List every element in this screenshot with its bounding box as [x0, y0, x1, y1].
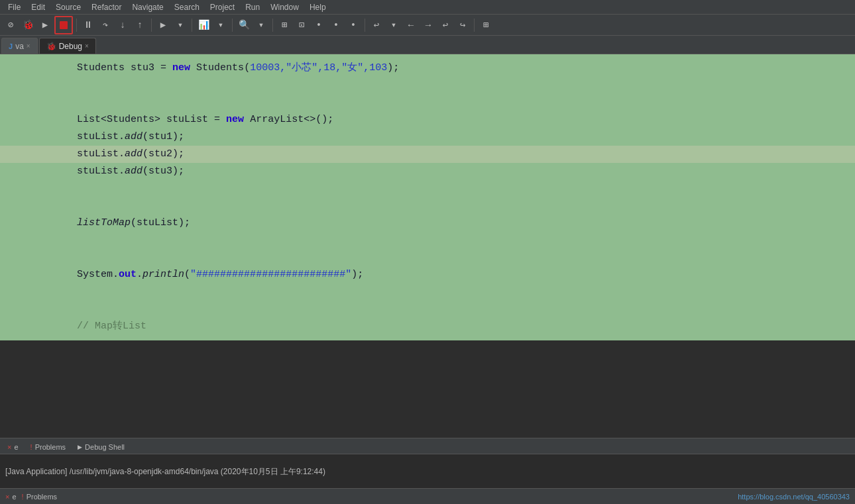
code-line-add1: stuList.add(stu1); [0, 128, 855, 146]
bottom-tab-problems[interactable]: ! Problems [25, 439, 72, 454]
menu-refactor[interactable]: Refactor [86, 1, 127, 13]
code-content-println: System.out.println("####################… [0, 266, 374, 283]
tab-java-icon: J [9, 42, 13, 50]
toolbar-run-btn[interactable]: ▶ [37, 17, 53, 33]
menu-edit[interactable]: Edit [26, 1, 50, 13]
toolbar-run2-dropdown[interactable]: ▾ [172, 17, 188, 33]
toolbar-rerun-dropdown[interactable]: ▾ [386, 17, 402, 33]
toolbar-forward-btn[interactable]: → [420, 17, 436, 33]
code-line-1: Students stu3 = new Students(10003,"小芯",… [0, 60, 855, 77]
code-content-add3: stuList.add(stu3); [0, 163, 195, 180]
code-content-listtomap: listToMap(stuList); [0, 215, 201, 232]
code-empty-2 [0, 94, 70, 111]
toolbar-disconnect-btn[interactable]: ⏸ [80, 17, 96, 33]
toolbar-stop-btn[interactable] [54, 16, 73, 34]
code-empty-1 [0, 77, 70, 94]
toolbar-rerun-btn[interactable]: ↩ [369, 17, 384, 33]
toolbar-coverage-btn[interactable]: 📊 [196, 17, 211, 33]
toolbar-more-btn[interactable]: ⊞ [478, 17, 494, 33]
toolbar-coverage-dropdown[interactable]: ▾ [213, 17, 229, 33]
code-empty-8 [0, 301, 70, 318]
toolbar-dot2[interactable]: • [328, 17, 344, 33]
editor-tab-bar: J va × 🐞 Debug × [0, 36, 855, 54]
code-empty-7 [0, 283, 70, 301]
separator-3 [192, 19, 192, 32]
code-content-add1: stuList.add(stu1); [0, 128, 195, 146]
toolbar-dot1[interactable]: • [311, 17, 327, 33]
bottom-tab-e-icon: × [7, 443, 11, 451]
bottom-tab-bar: × e ! Problems ▶ Debug Shell [0, 438, 855, 454]
bottom-tab-debug-shell[interactable]: ▶ Debug Shell [72, 439, 131, 454]
code-line-add2: stuList.add(stu2); [0, 146, 855, 163]
code-content-add2: stuList.add(stu2); [0, 146, 195, 163]
toolbar: ⊘ 🐞 ▶ ⏸ ↷ ↓ ↑ ▶ ▾ 📊 ▾ 🔍 ▾ ⊞ ⊡ • • • ↩ ▾ … [0, 15, 855, 36]
code-empty-6 [0, 249, 70, 266]
code-line-comment: // Map转List [0, 318, 855, 335]
menu-window[interactable]: Window [265, 1, 304, 13]
status-left: × e ! Problems [5, 493, 57, 501]
stop-icon [60, 21, 68, 29]
code-line-empty-1 [0, 77, 855, 94]
code-line-empty-2 [0, 94, 855, 111]
code-line-empty-7 [0, 283, 855, 301]
bottom-status-text: [Java Application] /usr/lib/jvm/java-8-o… [5, 466, 325, 478]
toolbar-dot3[interactable]: • [345, 17, 361, 33]
toolbar-profile-dropdown[interactable]: ▾ [253, 17, 269, 33]
status-tab-problems[interactable]: ! Problems [22, 493, 58, 501]
separator-4 [232, 19, 233, 32]
menu-navigate[interactable]: Navigate [127, 1, 168, 13]
toolbar-stepout-btn[interactable]: ↑ [132, 17, 148, 33]
menu-search[interactable]: Search [169, 1, 205, 13]
tab-java-close[interactable]: × [27, 42, 30, 50]
toolbar-profile-btn[interactable]: 🔍 [236, 17, 252, 33]
bottom-content-area: [Java Application] /usr/lib/jvm/java-8-o… [0, 454, 855, 489]
status-right-link: https://blog.csdn.net/qq_40560343 [738, 493, 850, 501]
bottom-tab-debug-shell-icon: ▶ [78, 444, 82, 450]
tab-debug-close[interactable]: × [85, 42, 89, 50]
code-line-println: System.out.println("####################… [0, 266, 855, 283]
toolbar-stepinto-btn[interactable]: ↓ [115, 17, 131, 33]
code-line-empty-8 [0, 301, 855, 318]
toolbar-last-edit-btn[interactable]: ↩ [437, 17, 453, 33]
code-empty-5 [0, 232, 70, 249]
status-tab-e[interactable]: × e [5, 493, 17, 501]
menu-bar: File Edit Source Refactor Navigate Searc… [0, 0, 855, 15]
toolbar-back-btn[interactable]: ← [403, 17, 419, 33]
code-line-list: List<Students> stuList = new ArrayList<>… [0, 111, 855, 128]
toolbar-debug-btn[interactable]: 🐞 [20, 17, 36, 33]
bottom-panel: × e ! Problems ▶ Debug Shell [Java Appli… [0, 438, 855, 488]
menu-source[interactable]: Source [50, 1, 86, 13]
code-line-empty-6 [0, 249, 855, 266]
code-line-listtomap: listToMap(stuList); [0, 215, 855, 232]
menu-project[interactable]: Project [205, 1, 240, 13]
toolbar-open-perspective-btn[interactable]: ⊡ [294, 17, 310, 33]
code-content-1: Students stu3 = new Students(10003,"小芯",… [0, 60, 410, 77]
tab-debug-label: Debug [59, 42, 82, 51]
status-bar: × e ! Problems https://blog.csdn.net/qq_… [0, 488, 855, 504]
tab-debug[interactable]: 🐞 Debug × [39, 38, 96, 54]
code-content-list: List<Students> stuList = new ArrayList<>… [0, 111, 344, 128]
code-line-add3: stuList.add(stu3); [0, 163, 855, 180]
toolbar-stepover-btn[interactable]: ↷ [97, 17, 113, 33]
tab-java[interactable]: J va × [1, 38, 38, 54]
separator-7 [474, 19, 475, 32]
bottom-tab-debug-shell-label: Debug Shell [85, 443, 125, 451]
separator-6 [365, 19, 365, 32]
menu-run[interactable]: Run [240, 1, 265, 13]
code-content-comment: // Map转List [0, 318, 157, 335]
code-line-empty-3 [0, 180, 855, 197]
menu-file[interactable]: File [3, 1, 26, 13]
toolbar-skip-btn[interactable]: ⊘ [3, 17, 19, 33]
bottom-tab-e[interactable]: × e [1, 439, 25, 454]
status-e-icon: × [5, 493, 9, 501]
code-editor[interactable]: Students stu3 = new Students(10003,"小芯",… [0, 54, 855, 340]
menu-help[interactable]: Help [304, 1, 331, 13]
toolbar-next-edit-btn[interactable]: ↪ [455, 17, 471, 33]
status-e-label: e [12, 493, 16, 501]
toolbar-run2-btn[interactable]: ▶ [155, 17, 171, 33]
tab-debug-icon: 🐞 [46, 42, 56, 51]
code-empty-4 [0, 197, 70, 215]
toolbar-open-task-btn[interactable]: ⊞ [276, 17, 292, 33]
status-problems-icon: ! [22, 493, 24, 501]
bottom-tab-problems-label: Problems [35, 443, 66, 451]
